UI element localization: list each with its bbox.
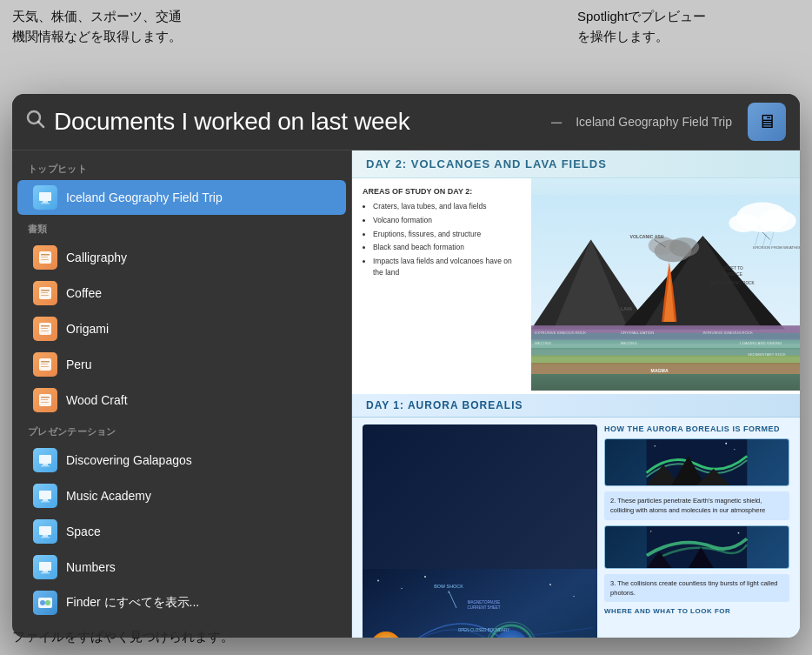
item-icon-pages-calligraphy	[33, 245, 57, 270]
svg-text:MELTING: MELTING	[621, 341, 637, 345]
aurora-side-content: HOW THE AURORA BOREALIS IS FORMED	[604, 424, 789, 638]
svg-rect-26	[43, 464, 48, 465]
svg-rect-33	[41, 537, 50, 538]
aurora-photo-3	[604, 525, 789, 569]
volcano-bullet-5: Impacts lava fields and volcanoes have o…	[373, 256, 521, 279]
svg-text:OPEN-CLOSED BOUNDARY: OPEN-CLOSED BOUNDARY	[458, 628, 509, 632]
svg-point-38	[40, 600, 45, 605]
svg-rect-20	[41, 366, 49, 367]
svg-point-106	[655, 445, 656, 447]
svg-text:MELTING: MELTING	[535, 341, 551, 345]
item-icon-keynote-numbers	[33, 555, 57, 579]
annotation-top-left: 天気、株価、スポーツ、交通 機関情報などを取得します。	[12, 7, 256, 46]
search-query[interactable]: Documents I worked on last week	[54, 108, 537, 136]
svg-rect-19	[41, 364, 48, 364]
volcano-bullet-1: Craters, lava tubes, and lava fields	[373, 201, 521, 213]
svg-point-108	[734, 449, 735, 450]
svg-text:LOADING AND SINKING: LOADING AND SINKING	[740, 341, 782, 345]
aurora-text-3: 3. The collisions create countless tiny …	[604, 574, 789, 603]
svg-rect-10	[41, 290, 50, 291]
result-item-numbers[interactable]: Numbers	[17, 550, 346, 585]
svg-rect-22	[41, 397, 50, 398]
volcano-subtitle: AREAS OF STUDY ON DAY 2:	[363, 185, 521, 197]
section-header-books: 書類	[12, 216, 351, 239]
svg-text:SEDIMENTARY ROCK: SEDIMENTARY ROCK	[748, 352, 786, 357]
svg-rect-35	[43, 571, 48, 572]
svg-rect-23	[41, 399, 48, 400]
svg-rect-11	[41, 292, 48, 293]
result-item-peru[interactable]: Peru	[17, 347, 346, 382]
svg-rect-14	[41, 325, 50, 327]
svg-point-77	[377, 580, 379, 582]
item-label-peru: Peru	[66, 358, 92, 371]
item-icon-pages-origami	[33, 317, 57, 341]
item-icon-pages-coffee	[33, 281, 57, 305]
svg-text:BOW SHOCK: BOW SHOCK	[434, 584, 463, 589]
svg-rect-25	[39, 455, 51, 464]
spotlight-window: Documents I worked on last week – Icelan…	[12, 94, 800, 638]
svg-text:INTRUSIVE IGNEOUS ROCK: INTRUSIVE IGNEOUS ROCK	[702, 331, 752, 335]
result-item-origami[interactable]: Origami	[17, 311, 346, 346]
aurora-body: SUN BOW SHOCK	[352, 418, 800, 638]
item-label-origami: Origami	[66, 322, 109, 336]
volcano-left: AREAS OF STUDY ON DAY 2: Craters, lava t…	[352, 178, 531, 391]
svg-rect-31	[39, 526, 51, 535]
svg-text:CRYSTALLIZATION: CRYSTALLIZATION	[621, 331, 654, 335]
search-bar: Documents I worked on last week – Icelan…	[12, 94, 800, 150]
item-label-music-academy: Music Academy	[66, 489, 151, 503]
volcano-bullet-2: Volcano formation	[373, 215, 521, 227]
svg-rect-18	[41, 361, 50, 363]
svg-rect-8	[41, 259, 49, 260]
item-label-woodcraft: Wood Craft	[66, 393, 128, 407]
svg-text:VOLCANIC ASH: VOLCANIC ASH	[630, 234, 664, 239]
svg-text:EROSION FROM WEATHER: EROSION FROM WEATHER	[753, 245, 800, 250]
svg-rect-15	[41, 328, 48, 329]
preview-content: DAY 2: VOLCANOES AND LAVA FIELDS AREAS O…	[352, 150, 800, 638]
item-label-space: Space	[66, 525, 101, 538]
section-header-tophit: トップヒット	[12, 156, 351, 179]
item-icon-keynote-space	[33, 519, 57, 544]
svg-point-112	[650, 530, 652, 531]
result-item-coffee[interactable]: Coffee	[17, 276, 346, 311]
result-item-music-academy[interactable]: Music Academy	[17, 478, 346, 513]
result-item-galapagos[interactable]: Discovering Galapagos	[17, 443, 346, 478]
svg-text:CURRENT SHEET: CURRENT SHEET	[467, 605, 500, 610]
item-icon-keynote-galapagos	[33, 448, 57, 472]
item-label-iceland: Iceland Geography Field Trip	[66, 190, 223, 204]
right-panel: DAY 2: VOLCANOES AND LAVA FIELDS AREAS O…	[352, 150, 800, 638]
volcano-header: DAY 2: VOLCANOES AND LAVA FIELDS	[352, 150, 800, 178]
svg-rect-24	[41, 402, 49, 403]
svg-rect-28	[39, 491, 51, 499]
result-item-iceland[interactable]: Iceland Geography Field Trip	[17, 180, 346, 215]
volcano-bullets: Craters, lava tubes, and lava fields Vol…	[363, 201, 521, 279]
item-label-calligraphy: Calligraphy	[66, 251, 127, 264]
result-item-calligraphy[interactable]: Calligraphy	[17, 240, 346, 275]
volcano-bullet-4: Black sand beach formation	[373, 242, 521, 254]
svg-point-42	[759, 210, 796, 232]
svg-rect-34	[39, 562, 51, 571]
svg-point-113	[738, 531, 740, 533]
volcano-bullet-3: Eruptions, fissures, and structure	[373, 229, 521, 241]
svg-rect-6	[41, 254, 50, 256]
volcano-body: AREAS OF STUDY ON DAY 2: Craters, lava t…	[352, 178, 800, 391]
svg-point-39	[45, 600, 50, 605]
result-item-woodcraft[interactable]: Wood Craft	[17, 383, 346, 418]
item-icon-pages-peru	[33, 352, 57, 377]
svg-text:MAGMA: MAGMA	[651, 368, 669, 373]
left-panel: トップヒット Iceland Geography Field Trip 書類	[12, 150, 351, 638]
svg-text:METAMORPHIC ROCK: METAMORPHIC ROCK	[711, 281, 755, 285]
aurora-footer: WHERE AND WHAT TO LOOK FOR	[604, 607, 789, 615]
svg-rect-27	[41, 465, 50, 467]
preview-volcanoes: DAY 2: VOLCANOES AND LAVA FIELDS AREAS O…	[352, 150, 800, 394]
svg-point-43	[729, 214, 758, 232]
item-icon-keynote-music	[33, 484, 57, 508]
search-preview-label: Iceland Geography Field Trip	[576, 115, 739, 129]
aurora-subtitle: HOW THE AURORA BOREALIS IS FORMED	[604, 424, 789, 433]
svg-rect-30	[41, 501, 50, 503]
item-label-coffee: Coffee	[66, 286, 102, 300]
svg-rect-36	[41, 572, 50, 574]
svg-rect-16	[41, 331, 49, 331]
result-item-space[interactable]: Space	[17, 514, 346, 549]
item-label-finder: Finder にすべてを表示...	[66, 595, 199, 611]
finder-show-all[interactable]: Finder にすべてを表示...	[17, 585, 346, 620]
